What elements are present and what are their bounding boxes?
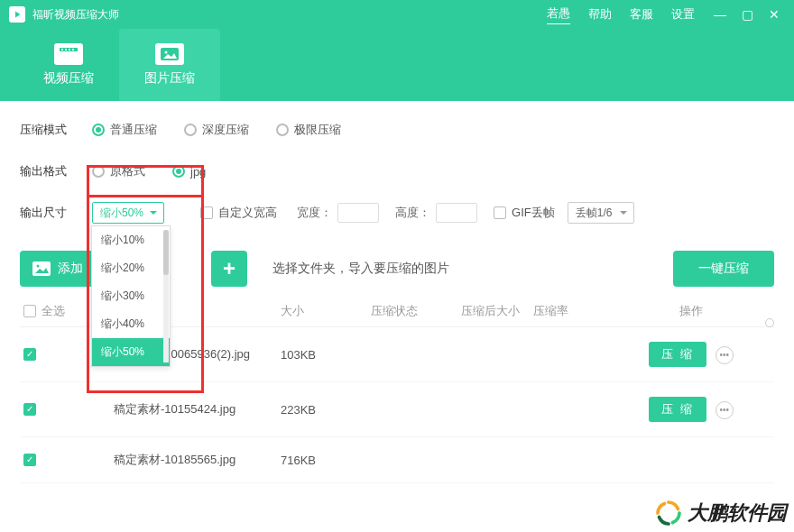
radio-format-jpg[interactable]: jpg — [172, 165, 206, 179]
app-logo — [9, 6, 25, 23]
size-opt-40[interactable]: 缩小40% — [92, 310, 170, 338]
svg-rect-8 — [32, 261, 51, 276]
width-label: 宽度： — [297, 205, 332, 221]
file-size: 716KB — [281, 454, 371, 467]
size-dropdown[interactable]: 缩小50% — [92, 202, 164, 224]
help-link[interactable]: 帮助 — [588, 6, 612, 23]
radio-extreme-compress[interactable]: 极限压缩 — [276, 122, 341, 138]
col-status: 压缩状态 — [371, 303, 461, 319]
size-label: 输出尺寸 — [20, 205, 92, 221]
svg-point-7 — [165, 51, 168, 54]
height-input[interactable] — [436, 203, 477, 223]
col-op: 操作 — [632, 303, 750, 319]
tab-video-label: 视频压缩 — [43, 70, 94, 87]
settings-link[interactable]: 设置 — [671, 6, 695, 23]
format-label: 输出格式 — [20, 163, 92, 179]
compress-all-button[interactable]: 一键压缩 — [673, 251, 774, 287]
service-link[interactable]: 客服 — [630, 6, 653, 23]
svg-rect-3 — [65, 49, 67, 50]
compress-row-button[interactable]: 压 缩 — [649, 397, 706, 422]
add-file-button[interactable]: 添加 — [20, 251, 96, 287]
file-name: 稿定素材-10185565.jpg — [78, 452, 281, 468]
folder-hint: 选择文件夹，导入要压缩的图片 — [260, 251, 462, 287]
watermark-icon — [655, 500, 682, 527]
size-opt-10[interactable]: 缩小10% — [92, 226, 170, 254]
size-dropdown-menu: 缩小10% 缩小20% 缩小30% 缩小40% 缩小50% — [91, 225, 171, 367]
col-rate: 压缩率 — [533, 303, 632, 319]
tab-video-compress[interactable]: 视频压缩 — [18, 29, 119, 101]
custom-wh-label: 自定义宽高 — [218, 205, 277, 221]
width-input[interactable] — [337, 203, 379, 223]
gif-drop-dropdown[interactable]: 丢帧1/6 — [568, 202, 634, 224]
file-size: 103KB — [281, 348, 371, 362]
table-row: 稿定素材-10185565.jpg 716KB — [20, 437, 774, 483]
more-icon[interactable]: ••• — [716, 346, 734, 364]
maximize-button[interactable]: ▢ — [736, 7, 758, 22]
size-opt-50[interactable]: 缩小50% — [92, 338, 170, 366]
svg-rect-4 — [69, 49, 70, 50]
compress-row-button[interactable]: 压 缩 — [649, 342, 706, 367]
row-indicator-icon — [765, 318, 774, 327]
app-title: 福昕视频压缩大师 — [32, 7, 119, 23]
video-icon — [54, 43, 83, 65]
file-name: 稿定素材-10155424.jpg — [78, 401, 281, 417]
image-icon — [155, 43, 184, 65]
height-label: 高度： — [395, 205, 430, 221]
checkbox-custom-wh[interactable] — [200, 206, 213, 219]
dropdown-scrollbar[interactable] — [163, 230, 169, 362]
size-opt-30[interactable]: 缩小30% — [92, 282, 170, 310]
row-checkbox[interactable] — [23, 403, 36, 416]
image-icon — [32, 261, 51, 276]
size-opt-20[interactable]: 缩小20% — [92, 254, 170, 282]
more-icon[interactable]: ••• — [716, 401, 734, 419]
row-checkbox[interactable] — [23, 454, 36, 466]
svg-rect-2 — [61, 49, 63, 50]
tab-image-label: 图片压缩 — [144, 70, 195, 87]
mode-label: 压缩模式 — [20, 122, 92, 138]
checkbox-gif-drop[interactable] — [494, 206, 506, 219]
close-button[interactable]: ✕ — [763, 7, 785, 22]
tab-image-compress[interactable]: 图片压缩 — [119, 29, 220, 101]
add-folder-button[interactable]: + — [211, 251, 247, 287]
file-size: 223KB — [281, 403, 371, 417]
col-size: 大小 — [281, 303, 371, 319]
gif-drop-label: GIF丢帧 — [512, 205, 555, 221]
row-checkbox[interactable] — [23, 348, 36, 361]
radio-format-original[interactable]: 原格式 — [92, 163, 145, 179]
checkbox-select-all[interactable] — [23, 305, 36, 317]
minimize-button[interactable]: — — [709, 7, 731, 22]
svg-rect-5 — [72, 49, 74, 50]
radio-normal-compress[interactable]: 普通压缩 — [92, 122, 157, 138]
radio-deep-compress[interactable]: 深度压缩 — [184, 122, 249, 138]
promo-link[interactable]: 若愚 — [547, 5, 570, 24]
table-row: 稿定素材-10155424.jpg 223KB 压 缩••• — [20, 382, 774, 437]
col-after: 压缩后大小 — [461, 303, 533, 319]
svg-point-9 — [37, 265, 40, 268]
watermark: 大鹏软件园 — [655, 500, 787, 527]
